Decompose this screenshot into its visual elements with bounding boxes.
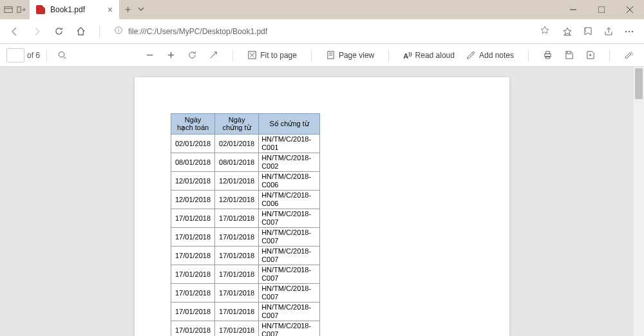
url-text: file:///C:/Users/MyPC/Desktop/Book1.pdf [128,27,535,36]
table-row: 17/01/201817/01/2018HN/TM/C/2018-C007 [171,321,320,337]
table-cell: HN/TM/C/2018-C007 [259,321,320,337]
svg-rect-24 [546,51,550,54]
table-cell: 17/01/2018 [215,321,259,337]
table-cell: 12/01/2018 [215,172,259,191]
page-view-button[interactable]: Page view [322,48,378,62]
separator [99,26,100,37]
svg-point-11 [625,30,627,32]
read-aloud-button[interactable]: A))Read aloud [399,48,459,62]
table-cell: 08/01/2018 [215,153,259,172]
pdf-settings-button[interactable] [620,48,638,62]
table-row: 17/01/201817/01/2018HN/TM/C/2018-C007 [171,284,320,303]
vertical-scrollbar[interactable] [634,67,644,336]
info-icon[interactable] [114,26,123,37]
table-cell: 12/01/2018 [171,191,215,209]
svg-rect-4 [598,6,605,13]
rotate-button[interactable] [184,48,201,62]
table-cell: 17/01/2018 [215,303,259,321]
table-cell: HN/TM/C/2018-C001 [259,135,320,153]
table-row: 12/01/201812/01/2018HN/TM/C/2018-C006 [171,191,320,209]
favorites-button[interactable] [558,22,577,41]
separator [609,50,610,61]
home-button[interactable] [71,22,90,41]
table-cell: 17/01/2018 [215,247,259,265]
table-cell: 17/01/2018 [215,228,259,247]
table-cell: 17/01/2018 [171,321,215,337]
reading-list-button[interactable] [578,22,598,41]
url-box[interactable]: file:///C:/Users/MyPC/Desktop/Book1.pdf [109,25,555,37]
refresh-button[interactable] [49,22,68,41]
table-row: 17/01/201817/01/2018HN/TM/C/2018-C007 [171,265,320,284]
table-cell: 08/01/2018 [171,153,215,172]
favorite-star-icon[interactable] [540,25,550,37]
table-cell: HN/TM/C/2018-C007 [259,247,320,265]
new-tab-button[interactable]: + [125,4,131,15]
separator [232,50,233,61]
table-cell: 17/01/2018 [171,209,215,228]
tab-title: Book1.pdf [50,5,102,14]
add-notes-button[interactable]: Add notes [462,48,518,62]
tab-actions: + [120,0,150,19]
table-cell: 02/01/2018 [215,135,259,153]
page-number-input[interactable] [6,48,24,62]
table-cell: HN/TM/C/2018-C002 [259,153,320,172]
table-header: Ngày chứng từ [215,114,259,135]
window-tab-icons [0,0,30,19]
browser-tab[interactable]: Book1.pdf × [30,0,120,19]
svg-line-15 [64,57,66,59]
tab-close-button[interactable]: × [108,5,113,15]
save-button[interactable] [560,48,578,62]
tab-preview-icon[interactable] [4,5,13,14]
close-window-button[interactable] [616,0,644,19]
table-cell: 02/01/2018 [171,135,215,153]
search-button[interactable] [53,48,71,62]
table-header: Số chứng từ [259,114,320,135]
save-as-button[interactable] [582,48,599,62]
svg-rect-2 [17,7,21,13]
fit-to-page-button[interactable]: Fit to page [243,48,301,62]
table-cell: 17/01/2018 [215,209,259,228]
table-cell: 17/01/2018 [171,284,215,303]
print-button[interactable] [539,48,556,62]
table-cell: HN/TM/C/2018-C006 [259,191,320,209]
window-controls [559,0,644,19]
separator [528,50,529,61]
more-button[interactable] [620,22,639,41]
table-cell: 17/01/2018 [171,228,215,247]
titlebar: Book1.pdf × + [0,0,644,19]
share-button[interactable] [599,22,618,41]
pdf-file-icon [36,5,45,14]
set-aside-icon[interactable] [17,5,26,14]
forward-button[interactable] [27,22,46,41]
zoom-in-button[interactable] [162,48,180,62]
table-row: 08/01/201808/01/2018HN/TM/C/2018-C002 [171,153,320,172]
minimize-button[interactable] [559,0,587,19]
data-table: Ngày hạch toánNgày chứng từSố chứng từ 0… [171,113,320,336]
table-cell: HN/TM/C/2018-C006 [259,172,320,191]
back-button[interactable] [5,22,24,41]
table-cell: HN/TM/C/2018-C007 [259,265,320,284]
table-row: 17/01/201817/01/2018HN/TM/C/2018-C007 [171,209,320,228]
zoom-out-button[interactable] [141,48,158,62]
table-cell: HN/TM/C/2018-C007 [259,228,320,247]
table-row: 17/01/201817/01/2018HN/TM/C/2018-C007 [171,303,320,321]
table-cell: HN/TM/C/2018-C007 [259,209,320,228]
scroll-thumb[interactable] [635,68,643,99]
tab-menu-icon[interactable] [137,5,145,15]
pdf-viewport[interactable]: Ngày hạch toánNgày chứng từSố chứng từ 0… [0,67,644,336]
toolbar-right [558,22,639,41]
svg-point-13 [632,30,633,32]
pdf-toolbar: of 6 Fit to page Page view A))Read aloud… [0,44,644,67]
maximize-button[interactable] [587,0,616,19]
table-row: 02/01/201802/01/2018HN/TM/C/2018-C001 [171,135,320,153]
table-row: 17/01/201817/01/2018HN/TM/C/2018-C007 [171,228,320,247]
table-cell: 17/01/2018 [171,303,215,321]
page-count-label: of 6 [27,51,40,60]
pdf-page: Ngày hạch toánNgày chứng từSố chứng từ 0… [135,77,509,336]
table-row: 12/01/201812/01/2018HN/TM/C/2018-C006 [171,172,320,191]
table-cell: 17/01/2018 [215,284,259,303]
table-cell: HN/TM/C/2018-C007 [259,303,320,321]
table-row: 17/01/201817/01/2018HN/TM/C/2018-C007 [171,247,320,265]
svg-point-9 [118,28,118,29]
expand-button[interactable] [205,48,222,62]
